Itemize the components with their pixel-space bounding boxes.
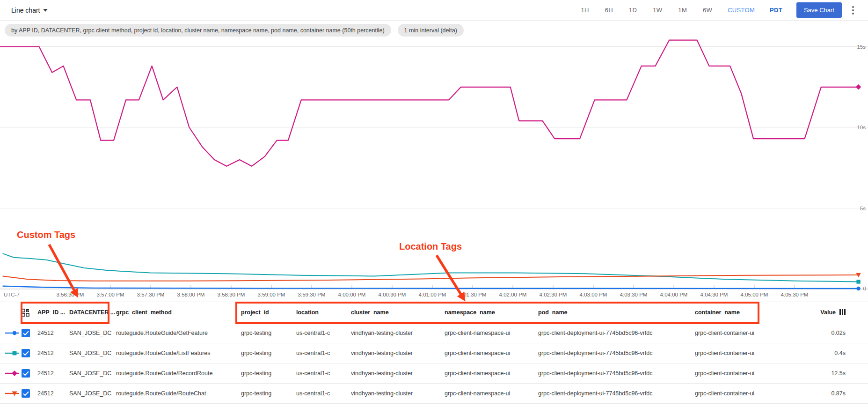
overflow-menu-icon[interactable]: [846, 4, 860, 17]
cluster-name-cell: vindhyan-testing-cluster: [351, 390, 445, 397]
chevron-down-icon: [43, 9, 48, 12]
location-cell: us-central1-c: [296, 370, 351, 377]
x-axis-tick-label: 4:05:30 PM: [781, 292, 809, 297]
x-axis-tick-label: 4:00:30 PM: [379, 292, 406, 297]
value-cell: 0.4s: [767, 350, 849, 356]
chart-type-dropdown[interactable]: Line chart: [11, 7, 48, 14]
project-id-cell: grpc-testing: [241, 390, 296, 397]
column-header-namespace_name[interactable]: namespace_name: [445, 309, 538, 316]
chart-canvas[interactable]: 15s10s5sUTC-73:56:30 PM3:57:00 PM3:57:30…: [0, 33, 868, 301]
namespace-name-cell: grpc-client-namespace-ui: [445, 350, 538, 356]
series-circle-legend-icon: [0, 329, 22, 337]
y-axis-tick-label: 10s: [857, 125, 866, 130]
namespace-name-cell: grpc-client-namespace-ui: [445, 370, 538, 377]
range-button-1w[interactable]: 1W: [645, 3, 670, 17]
datacenter-cell: SAN_JOSE_DC: [69, 350, 116, 356]
row-checkbox[interactable]: [22, 349, 30, 357]
time-range-buttons: 1H6H1D1W1M6W: [573, 3, 721, 17]
app-id-cell: 24512: [37, 330, 69, 336]
timezone-button[interactable]: PDT: [762, 3, 790, 17]
row-checkbox[interactable]: [22, 369, 30, 378]
column-header-container_name[interactable]: container_name: [695, 309, 767, 316]
range-button-1h[interactable]: 1H: [573, 3, 597, 17]
row-checkbox[interactable]: [22, 389, 30, 398]
namespace-name-cell: grpc-client-namespace-ui: [445, 390, 538, 397]
value-cell: 0.87s: [767, 390, 849, 397]
series-line: [3, 253, 859, 282]
app-id-cell: 24512: [37, 390, 69, 397]
column-header-pod_name[interactable]: pod_name: [538, 309, 695, 316]
x-axis-tick-label: 4:03:30 PM: [620, 292, 648, 297]
checkbox-cell: [22, 369, 37, 378]
column-header-value[interactable]: Value: [767, 309, 849, 316]
save-chart-button[interactable]: Save Chart: [796, 2, 842, 18]
column-header-project_id[interactable]: project_id: [241, 309, 296, 316]
datacenter-cell: SAN_JOSE_DC: [69, 330, 116, 336]
cluster-name-cell: vindhyan-testing-cluster: [351, 370, 445, 377]
range-button-6h[interactable]: 6H: [597, 3, 621, 17]
y-axis-tick-label: 15s: [857, 44, 866, 50]
grpc-client-method-cell: routeguide.RouteGuide/RouteChat: [116, 390, 241, 397]
table-row[interactable]: 24512SAN_JOSE_DCrouteguide.RouteGuide/Re…: [0, 363, 868, 384]
location-tags-annotation: Location Tags: [399, 241, 462, 252]
chart-type-label: Line chart: [11, 7, 40, 14]
series-line: [3, 286, 859, 289]
container-name-cell: grpc-client-container-ui: [695, 350, 767, 356]
toolbar: Line chart 1H6H1D1W1M6W CUSTOM PDT Save …: [0, 0, 868, 21]
range-button-1m[interactable]: 1M: [670, 3, 695, 17]
project-id-cell: grpc-testing: [241, 350, 296, 356]
line-chart[interactable]: 15s10s5sUTC-73:56:30 PM3:57:00 PM3:57:30…: [0, 33, 868, 301]
range-button-6w[interactable]: 6W: [695, 3, 720, 17]
column-header-grpc_client_method[interactable]: grpc_client_method: [116, 309, 241, 316]
container-name-cell: grpc-client-container-ui: [695, 330, 767, 336]
series-line: [3, 275, 859, 281]
series-diamond-legend-icon: [0, 370, 22, 377]
namespace-name-cell: grpc-client-namespace-ui: [445, 330, 538, 336]
group-by-chip[interactable]: by APP ID, DATACENTER, grpc client metho…: [5, 24, 391, 37]
x-axis-tick-label: 3:58:00 PM: [177, 292, 205, 297]
table-row[interactable]: 24512SAN_JOSE_DCrouteguide.RouteGuide/Ge…: [0, 323, 868, 343]
x-axis-tick-label: 3:57:30 PM: [137, 292, 165, 297]
x-axis-tick-label: 3:58:30 PM: [218, 292, 245, 297]
checkbox-cell: [22, 349, 37, 357]
custom-tags-annotation: Custom Tags: [17, 230, 75, 240]
series-square-legend-icon: [0, 349, 22, 357]
utc-offset-label: UTC-7: [4, 292, 20, 297]
select-series-grid-icon[interactable]: [22, 309, 37, 317]
series-triangle-legend-icon: [0, 390, 22, 397]
interval-chip[interactable]: 1 min interval (delta): [398, 24, 464, 37]
column-header-location[interactable]: location: [296, 309, 351, 316]
custom-range-button[interactable]: CUSTOM: [720, 3, 762, 17]
value-cell: 12.5s: [767, 370, 849, 377]
location-cell: us-central1-c: [296, 390, 351, 397]
column-header-app_id[interactable]: APP_ID ...: [37, 309, 69, 316]
row-checkbox[interactable]: [22, 329, 30, 337]
grpc-client-method-cell: routeguide.RouteGuide/GetFeature: [116, 330, 241, 336]
x-axis-tick-label: 4:02:30 PM: [540, 292, 567, 297]
datacenter-cell: SAN_JOSE_DC: [69, 390, 116, 397]
x-axis-tick-label: 4:01:30 PM: [459, 292, 487, 297]
x-axis-tick-label: 3:59:30 PM: [298, 292, 326, 297]
grpc-client-method-cell: routeguide.RouteGuide/ListFeatures: [116, 350, 241, 356]
grpc-client-method-cell: routeguide.RouteGuide/RecordRoute: [116, 370, 241, 377]
table-row[interactable]: 24512SAN_JOSE_DCrouteguide.RouteGuide/Ro…: [0, 384, 868, 404]
column-header-datacenter[interactable]: DATACENTER ...: [69, 309, 116, 316]
x-axis-tick-label: 3:57:00 PM: [97, 292, 124, 297]
table-body: 24512SAN_JOSE_DCrouteguide.RouteGuide/Ge…: [0, 323, 868, 404]
app-id-cell: 24512: [37, 370, 69, 377]
x-axis-tick-label: 4:03:00 PM: [580, 292, 607, 297]
location-cell: us-central1-c: [296, 330, 351, 336]
x-axis-tick-label: 4:00:00 PM: [338, 292, 366, 297]
columns-icon[interactable]: [839, 309, 846, 316]
x-axis-tick-label: 4:04:00 PM: [660, 292, 688, 297]
datacenter-cell: SAN_JOSE_DC: [69, 370, 116, 377]
x-axis-tick-label: 4:01:00 PM: [419, 292, 446, 297]
checkbox-cell: [22, 389, 37, 398]
column-header-cluster_name[interactable]: cluster_name: [351, 309, 445, 316]
x-axis-tick-label: 4:05:00 PM: [741, 292, 768, 297]
y-axis-tick-label: 5s: [860, 206, 866, 211]
range-button-1d[interactable]: 1D: [621, 3, 645, 17]
app-id-cell: 24512: [37, 350, 69, 356]
series-line: [0, 40, 859, 166]
table-row[interactable]: 24512SAN_JOSE_DCrouteguide.RouteGuide/Li…: [0, 343, 868, 363]
